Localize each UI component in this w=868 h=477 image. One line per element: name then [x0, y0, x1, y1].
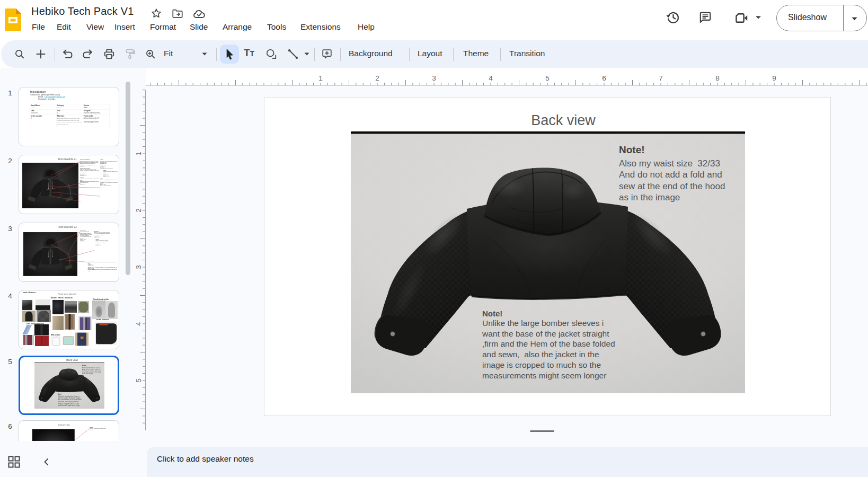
svg-text:1: 1: [135, 152, 143, 156]
svg-text:3: 3: [135, 265, 143, 269]
svg-text:7: 7: [659, 74, 663, 82]
svg-text:5: 5: [135, 378, 143, 383]
svg-text:2: 2: [135, 208, 143, 213]
svg-text:5: 5: [545, 74, 550, 82]
svg-text:6: 6: [602, 74, 606, 82]
svg-text:1: 1: [318, 74, 323, 82]
svg-text:3: 3: [432, 74, 436, 82]
svg-text:4: 4: [135, 322, 143, 326]
svg-text:2: 2: [375, 74, 379, 82]
svg-text:9: 9: [772, 74, 776, 82]
svg-text:4: 4: [489, 74, 493, 82]
svg-text:8: 8: [715, 74, 720, 82]
